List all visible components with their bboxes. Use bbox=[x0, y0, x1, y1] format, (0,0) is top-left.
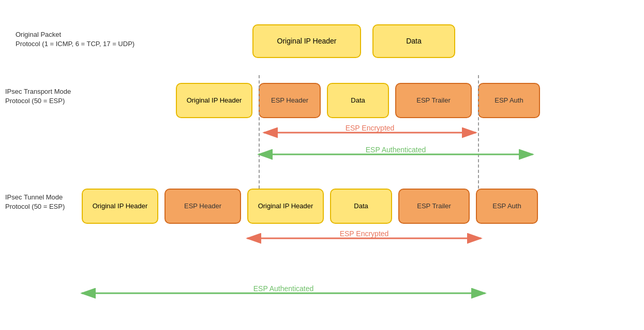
tunnel-mode-label: IPsec Tunnel Mode Protocol (50 = ESP) bbox=[5, 193, 65, 211]
data-tunnel: Data bbox=[330, 189, 392, 224]
esp-auth-transport: ESP Auth bbox=[478, 83, 540, 118]
esp-trailer-transport: ESP Trailer bbox=[395, 83, 472, 118]
orig-ip-header-tunnel: Original IP Header bbox=[82, 189, 158, 224]
esp-trailer-tunnel: ESP Trailer bbox=[398, 189, 470, 224]
esp-header-tunnel: ESP Header bbox=[164, 189, 241, 224]
transport-mode-label: IPsec Transport Mode Protocol (50 = ESP) bbox=[5, 87, 71, 106]
original-packet-label: Original Packet Protocol (1 = ICMP, 6 = … bbox=[16, 30, 134, 49]
esp-authenticated-transport-arrow: ESP Authenticated bbox=[253, 145, 538, 164]
esp-auth-tunnel: ESP Auth bbox=[476, 189, 538, 224]
esp-authenticated-tunnel-arrow: ESP Authenticated bbox=[77, 284, 490, 303]
svg-text:ESP Authenticated: ESP Authenticated bbox=[366, 146, 426, 154]
diagram: Original Packet Protocol (1 = ICMP, 6 = … bbox=[0, 0, 644, 330]
data-top: Data bbox=[372, 24, 455, 58]
svg-text:ESP Authenticated: ESP Authenticated bbox=[253, 284, 314, 293]
orig-ip-header-transport: Original IP Header bbox=[176, 83, 252, 118]
svg-text:ESP Encrypted: ESP Encrypted bbox=[340, 229, 389, 238]
svg-text:ESP Encrypted: ESP Encrypted bbox=[346, 124, 395, 132]
orig-ip-header-top: Original IP Header bbox=[252, 24, 361, 58]
data-transport: Data bbox=[327, 83, 389, 118]
orig-ip-header-tunnel2: Original IP Header bbox=[247, 189, 324, 224]
esp-header-transport: ESP Header bbox=[259, 83, 321, 118]
esp-encrypted-transport-arrow: ESP Encrypted bbox=[253, 123, 486, 142]
esp-encrypted-tunnel-arrow: ESP Encrypted bbox=[242, 229, 486, 248]
